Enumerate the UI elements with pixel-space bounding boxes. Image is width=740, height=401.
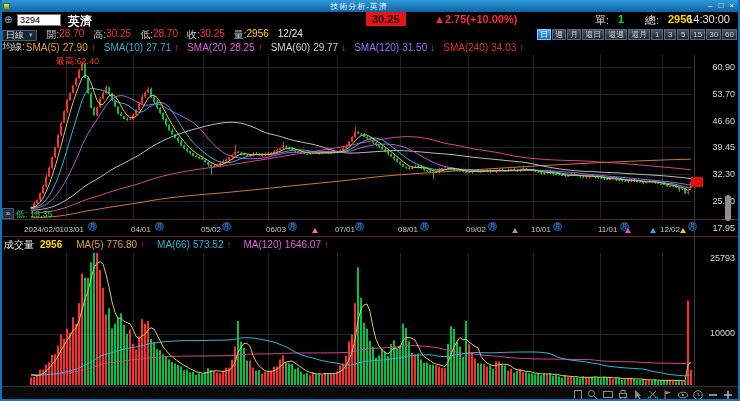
flag-icon[interactable] <box>662 387 674 399</box>
total-label: 總: <box>645 13 659 28</box>
scrollbar-thumb[interactable] <box>725 195 731 221</box>
collapse-panel-button[interactable]: » <box>2 208 14 219</box>
sma-trend-arrow: ↑ <box>91 42 96 53</box>
chart-canvas[interactable] <box>0 0 740 401</box>
sma-item-label: SMA(60) <box>271 42 310 53</box>
cursor-icon[interactable] <box>632 387 644 399</box>
add-symbol-icon[interactable]: ⊕ <box>4 14 12 25</box>
search-icon[interactable] <box>587 387 599 399</box>
date-axis-label: 06/03 <box>266 225 286 234</box>
date-axis-label: 05/02 <box>201 225 221 234</box>
period-button[interactable]: 1 <box>651 29 663 40</box>
event-triangle-marker <box>512 228 518 233</box>
volume-ma-item: MA(120)1646.07↑ <box>243 239 329 250</box>
sma-item: SMA(60)29.77↓ <box>271 42 346 53</box>
sma-item-label: SMA(5) <box>26 42 60 53</box>
ohlc-field: 12/24 <box>278 28 303 42</box>
period-select[interactable]: 日線 ▾ <box>2 30 37 41</box>
quote-header: ⊕ 英濟 30.25 ▲2.75(+10.00%) 單: 1 總: 2956 1… <box>0 12 740 29</box>
sma-item-label: SMA(240) <box>443 42 488 53</box>
app-icon <box>3 3 10 10</box>
ohlc-field-label: 量: <box>234 28 247 42</box>
sma-trend-arrow: ↓ <box>430 42 435 53</box>
ohlc-field-label: 開: <box>47 28 60 42</box>
price-axis-label: 25.10 <box>712 196 735 206</box>
sma-item-value: 34.03 <box>491 42 516 53</box>
zoom-in-icon[interactable] <box>722 387 734 399</box>
volume-label: 成交量 <box>4 238 34 252</box>
sma-trend-arrow: ↑ <box>174 42 179 53</box>
period-high-label: 最高:62.40 <box>56 55 99 68</box>
chevron-down-icon: ▾ <box>29 31 33 39</box>
period-button[interactable]: 還日 <box>582 29 604 40</box>
ohlc-field: 低:28.70 <box>140 28 178 42</box>
period-button[interactable]: 5 <box>677 29 689 40</box>
month-marker-icon: 月 <box>355 222 364 231</box>
ohlc-field-value: 28.70 <box>59 28 84 42</box>
month-marker-icon: 月 <box>553 222 562 231</box>
eye-icon[interactable] <box>677 387 689 399</box>
sma-item-value: 31.50 <box>402 42 427 53</box>
period-button[interactable]: 15 <box>690 29 705 40</box>
period-button[interactable]: 週 <box>552 29 566 40</box>
price-axis-label: 39.45 <box>712 142 735 152</box>
month-marker-icon: 月 <box>155 222 164 231</box>
sma-trend-arrow: ↑ <box>258 42 263 53</box>
window-border-left <box>0 0 2 401</box>
sma-row: 均線: SMA(5)27.90↑SMA(10)27.71↑SMA(20)28.2… <box>0 41 740 53</box>
volume-axis-label: 25793 <box>710 253 735 263</box>
date-axis-label: 03/01 <box>64 225 84 234</box>
volume-ma-item: MA(66)573.52↑ <box>157 239 231 250</box>
clock: 14:30:00 <box>687 13 730 25</box>
period-button[interactable]: 30 <box>706 29 721 40</box>
document-icon[interactable] <box>572 387 584 399</box>
ohlc-fields: 開:28.70高:30.25低:28.70收:30.25量:295612/24 <box>47 28 303 42</box>
ohlc-field: 開:28.70 <box>47 28 85 42</box>
period-button[interactable]: 日 <box>537 29 551 40</box>
period-button[interactable]: 還週 <box>605 29 627 40</box>
period-low-label: 低: 18.35 <box>16 208 53 221</box>
sma-item-value: 27.71 <box>146 42 171 53</box>
ohlc-field: 量:2956 <box>234 28 269 42</box>
restore-button[interactable]: □ <box>718 1 723 11</box>
zoom-out-icon[interactable] <box>707 387 719 399</box>
volume-ma-label: MA(120) <box>243 239 281 250</box>
titlebar[interactable]: 技術分析-英濟 – □ × <box>0 0 740 12</box>
minimize-button[interactable]: – <box>708 1 712 11</box>
sma-prefix: 均線: <box>2 40 25 54</box>
price-axis-label: 17.95 <box>712 223 735 233</box>
period-button-strip: 日週月還日還週還月135153060 <box>537 29 737 40</box>
sma-item-value: 29.77 <box>313 42 338 53</box>
month-marker-icon: 月 <box>688 222 697 231</box>
period-button[interactable]: 還月 <box>628 29 650 40</box>
volume-ma-label: MA(66) <box>157 239 190 250</box>
volume-ma-value: 776.80 <box>106 239 137 250</box>
event-triangle-marker <box>312 228 318 233</box>
sma-item: SMA(10)27.71↑ <box>104 42 179 53</box>
price-change: ▲2.75(+10.00%) <box>434 13 517 25</box>
date-axis-label: 04/01 <box>131 225 151 234</box>
period-button[interactable]: 60 <box>722 29 737 40</box>
scissors-icon[interactable] <box>647 387 659 399</box>
ohlc-field: 高:30.25 <box>93 28 131 42</box>
price-axis-label: 32.30 <box>712 169 735 179</box>
sma-trend-arrow: ↓ <box>341 42 346 53</box>
period-button[interactable]: 3 <box>664 29 676 40</box>
ohlc-field: 收:30.25 <box>187 28 225 42</box>
sma-item: SMA(20)28.25↑ <box>187 42 262 53</box>
close-button[interactable]: × <box>729 1 734 11</box>
event-triangle-marker <box>680 228 686 233</box>
stock-code-input[interactable] <box>17 14 61 26</box>
date-axis-label: 11/01 <box>598 225 617 234</box>
month-marker-icon: 月 <box>288 222 297 231</box>
date-axis-label: 08/01 <box>398 225 418 234</box>
clock-icon[interactable] <box>692 387 704 399</box>
monitor-icon[interactable] <box>602 387 614 399</box>
date-axis-label: 07/01 <box>335 225 355 234</box>
printer-icon[interactable] <box>617 387 629 399</box>
period-button[interactable]: 月 <box>567 29 581 40</box>
app-window: 技術分析-英濟 – □ × ⊕ 英濟 30.25 ▲2.75(+10.00%) … <box>0 0 740 401</box>
date-axis-label: 09/02 <box>466 225 486 234</box>
sma-items: SMA(5)27.90↑SMA(10)27.71↑SMA(20)28.25↑SM… <box>26 42 524 53</box>
volume-ma-arrow: ↑ <box>140 239 145 250</box>
